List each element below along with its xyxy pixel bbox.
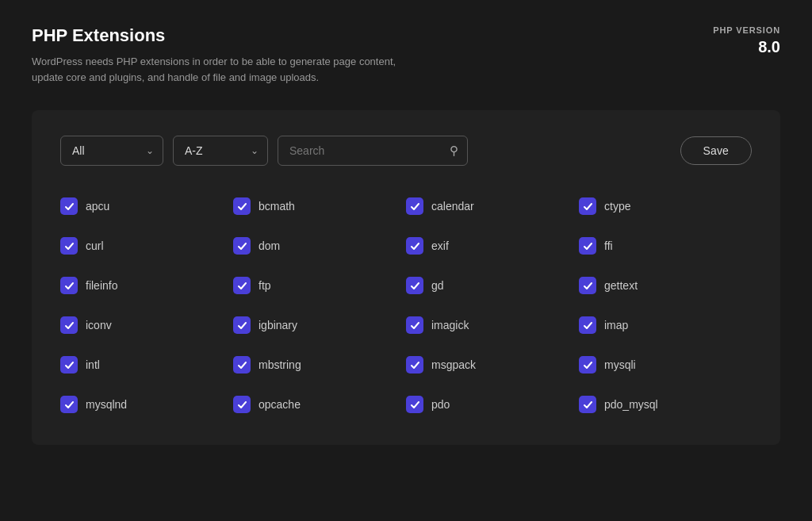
search-input[interactable] <box>278 136 468 166</box>
page-description: WordPress needs PHP extensions in order … <box>32 54 412 85</box>
extension-name: mbstring <box>259 358 301 371</box>
extension-checkbox[interactable] <box>233 396 251 413</box>
list-item: imagick <box>406 316 579 334</box>
extension-checkbox[interactable] <box>233 197 251 215</box>
filter-select-wrapper: All Enabled Disabled ⌄ <box>60 136 163 166</box>
list-item: gettext <box>579 277 752 294</box>
extension-name: igbinary <box>259 319 297 331</box>
list-item: pdo <box>406 396 579 413</box>
extension-name: mysqli <box>604 358 636 371</box>
extension-checkbox[interactable] <box>579 197 596 215</box>
extensions-grid: apcu bcmath calendar ctype curl dom exif… <box>60 197 752 413</box>
extension-checkbox[interactable] <box>406 356 423 374</box>
extension-name: opcache <box>259 398 301 411</box>
extension-checkbox[interactable] <box>60 396 78 413</box>
extension-checkbox[interactable] <box>579 396 596 413</box>
extension-name: imagick <box>431 319 469 331</box>
list-item: pdo_mysql <box>579 396 752 413</box>
extension-checkbox[interactable] <box>233 277 251 294</box>
extension-checkbox[interactable] <box>233 356 251 374</box>
list-item: exif <box>406 237 579 255</box>
list-item: imap <box>579 316 752 334</box>
list-item: igbinary <box>233 316 406 334</box>
list-item: ctype <box>579 197 752 215</box>
extension-checkbox[interactable] <box>579 237 596 255</box>
extension-checkbox[interactable] <box>579 316 596 334</box>
list-item: intl <box>60 356 233 374</box>
sort-select[interactable]: A-Z Z-A <box>173 136 268 166</box>
extension-checkbox[interactable] <box>233 316 251 334</box>
header-right: PHP VERSION 8.0 <box>713 25 780 56</box>
extension-checkbox[interactable] <box>60 356 78 374</box>
list-item: opcache <box>233 396 406 413</box>
extension-name: ctype <box>604 200 630 213</box>
list-item: iconv <box>60 316 233 334</box>
list-item: gd <box>406 277 579 294</box>
list-item: dom <box>233 237 406 255</box>
extension-name: exif <box>431 239 449 252</box>
page-header: PHP Extensions WordPress needs PHP exten… <box>32 25 780 85</box>
extension-checkbox[interactable] <box>233 237 251 255</box>
extension-checkbox[interactable] <box>60 316 78 334</box>
list-item: ffi <box>579 237 752 255</box>
extension-name: curl <box>86 239 104 252</box>
extension-name: pdo_mysql <box>604 398 658 411</box>
extension-name: imap <box>604 319 628 331</box>
extension-checkbox[interactable] <box>406 316 423 334</box>
extension-checkbox[interactable] <box>406 237 423 255</box>
extension-name: fileinfo <box>86 279 117 292</box>
extension-checkbox[interactable] <box>60 237 78 255</box>
extension-checkbox[interactable] <box>60 277 78 294</box>
extension-name: ffi <box>604 239 613 252</box>
extension-name: iconv <box>86 319 112 331</box>
extension-checkbox[interactable] <box>579 277 596 294</box>
content-panel: All Enabled Disabled ⌄ A-Z Z-A ⌄ ⚲ Save <box>32 110 780 445</box>
extension-checkbox[interactable] <box>406 396 423 413</box>
extension-name: calendar <box>431 200 474 213</box>
php-version-value: 8.0 <box>713 38 780 56</box>
list-item: bcmath <box>233 197 406 215</box>
page-title: PHP Extensions <box>32 25 412 46</box>
list-item: mbstring <box>233 356 406 374</box>
search-wrapper: ⚲ <box>278 136 468 166</box>
extension-name: intl <box>86 358 100 371</box>
save-button[interactable]: Save <box>680 136 752 165</box>
list-item: msgpack <box>406 356 579 374</box>
php-version-label: PHP VERSION <box>713 25 780 35</box>
extension-checkbox[interactable] <box>60 197 78 215</box>
extension-checkbox[interactable] <box>406 197 423 215</box>
list-item: curl <box>60 237 233 255</box>
header-left: PHP Extensions WordPress needs PHP exten… <box>32 25 412 85</box>
extension-name: gd <box>431 279 444 292</box>
toolbar: All Enabled Disabled ⌄ A-Z Z-A ⌄ ⚲ Save <box>60 136 752 166</box>
list-item: fileinfo <box>60 277 233 294</box>
extension-name: ftp <box>259 279 271 292</box>
list-item: mysqli <box>579 356 752 374</box>
extension-name: mysqlnd <box>86 398 127 411</box>
extension-name: gettext <box>604 279 638 292</box>
sort-select-wrapper: A-Z Z-A ⌄ <box>173 136 268 166</box>
extension-name: pdo <box>431 398 450 411</box>
list-item: ftp <box>233 277 406 294</box>
extension-checkbox[interactable] <box>406 277 423 294</box>
list-item: calendar <box>406 197 579 215</box>
list-item: apcu <box>60 197 233 215</box>
extension-name: bcmath <box>259 200 295 213</box>
filter-select[interactable]: All Enabled Disabled <box>60 136 163 166</box>
extension-name: dom <box>259 239 280 252</box>
list-item: mysqlnd <box>60 396 233 413</box>
extension-checkbox[interactable] <box>579 356 596 374</box>
extension-name: msgpack <box>431 358 476 371</box>
extension-name: apcu <box>86 200 109 213</box>
